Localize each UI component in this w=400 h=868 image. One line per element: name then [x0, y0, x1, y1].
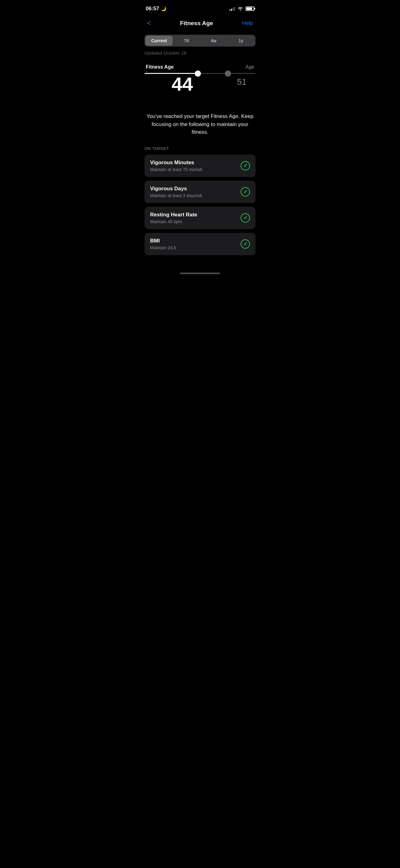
- list-item-vigorous-minutes[interactable]: Vigorous Minutes Maintain at least 75 mi…: [144, 155, 256, 177]
- list-item-vigorous-days[interactable]: Vigorous Days Maintain at least 3 days/w…: [144, 181, 256, 203]
- bmi-check-icon: ✓: [241, 239, 250, 249]
- actual-age-value: 51: [237, 77, 246, 87]
- slider-wrapper: Fitness Age Age 44 51: [144, 64, 256, 102]
- check-mark: ✓: [243, 215, 247, 220]
- vigorous-days-title: Vigorous Days: [150, 186, 237, 192]
- check-mark: ✓: [243, 163, 247, 168]
- vigorous-minutes-subtitle: Maintain at least 75 min/wk: [150, 167, 237, 172]
- list-item-bmi[interactable]: BMI Maintain 24.6 ✓: [144, 233, 256, 255]
- moon-icon: 🌙: [161, 6, 166, 11]
- segment-1y[interactable]: 1y: [227, 36, 255, 45]
- list-item-content: Vigorous Days Maintain at least 3 days/w…: [150, 186, 237, 198]
- battery-fill: [246, 7, 252, 10]
- bmi-title: BMI: [150, 238, 237, 244]
- slider-track: [144, 73, 256, 74]
- status-time: 06:57 🌙: [146, 6, 166, 12]
- page-title: Fitness Age: [180, 20, 213, 27]
- help-button[interactable]: Help: [240, 19, 256, 28]
- nav-header: < Fitness Age Help: [139, 16, 261, 34]
- signal-bar-4: [234, 7, 235, 11]
- description-text: You've reached your target Fitness Age. …: [139, 107, 261, 144]
- home-bar: [180, 273, 220, 274]
- updated-date: Updated October 16: [139, 46, 261, 58]
- fitness-age-label: Fitness Age: [146, 64, 174, 70]
- age-values: 44 51: [144, 74, 256, 102]
- back-button[interactable]: <: [144, 18, 154, 29]
- signal-bars-icon: [229, 6, 235, 11]
- slider-labels: Fitness Age Age: [144, 64, 256, 70]
- check-mark: ✓: [243, 242, 247, 247]
- bmi-subtitle: Maintain 24.6: [150, 245, 237, 250]
- signal-bar-3: [233, 8, 233, 11]
- vigorous-minutes-title: Vigorous Minutes: [150, 160, 237, 166]
- resting-heart-rate-title: Resting Heart Rate: [150, 212, 237, 218]
- segmented-control: Current 7d 4w 1y: [144, 35, 256, 46]
- status-right: [229, 6, 254, 11]
- resting-heart-rate-subtitle: Maintain 49 bpm: [150, 219, 237, 224]
- on-target-list: Vigorous Minutes Maintain at least 75 mi…: [139, 155, 261, 268]
- list-item-content: Resting Heart Rate Maintain 49 bpm: [150, 212, 237, 224]
- vigorous-minutes-check-icon: ✓: [241, 161, 250, 170]
- home-indicator: [139, 268, 261, 277]
- signal-bar-1: [229, 10, 230, 11]
- battery-icon: [245, 6, 254, 11]
- segment-4w[interactable]: 4w: [200, 36, 227, 45]
- resting-heart-rate-check-icon: ✓: [241, 213, 250, 223]
- list-item-content: Vigorous Minutes Maintain at least 75 mi…: [150, 160, 237, 172]
- status-bar: 06:57 🌙: [139, 0, 261, 16]
- time-label: 06:57: [146, 6, 159, 12]
- list-item-resting-heart-rate[interactable]: Resting Heart Rate Maintain 49 bpm ✓: [144, 207, 256, 229]
- fitness-age-section: Fitness Age Age 44 51: [139, 58, 261, 107]
- vigorous-days-subtitle: Maintain at least 3 days/wk: [150, 193, 237, 198]
- signal-bar-2: [231, 9, 232, 11]
- wifi-icon: [237, 6, 243, 11]
- list-item-content: BMI Maintain 24.6: [150, 238, 237, 250]
- segment-current[interactable]: Current: [145, 36, 173, 45]
- check-mark: ✓: [243, 189, 247, 194]
- age-label: Age: [245, 64, 254, 70]
- on-target-label: ON TARGET: [139, 144, 261, 155]
- vigorous-days-check-icon: ✓: [241, 187, 250, 196]
- segment-7d[interactable]: 7d: [173, 36, 200, 45]
- fitness-age-value: 44: [171, 74, 193, 94]
